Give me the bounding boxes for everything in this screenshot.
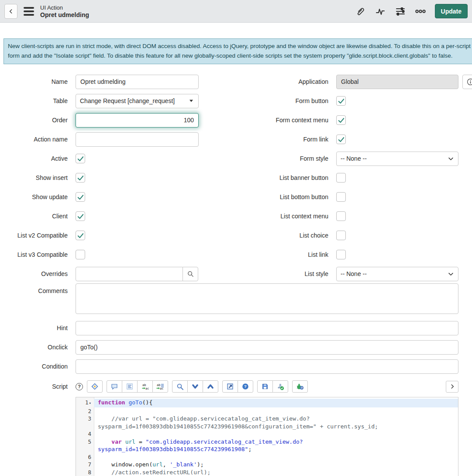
replace-icon[interactable]: abac [137, 380, 153, 393]
line-number: 8 [76, 469, 94, 476]
form-style-label: Form style [199, 155, 328, 162]
list-banner-button-label: List banner button [199, 174, 328, 181]
line-number: 1▾ [76, 399, 94, 407]
table-select-value: Change Request [change_request] [80, 97, 175, 104]
form-style-select[interactable]: -- None -- [336, 152, 458, 166]
form-row: Overrides List style -- None -- [0, 264, 472, 283]
svg-text:?: ? [301, 386, 303, 390]
banner-line-2: form and add the "Isolate script" field.… [8, 51, 472, 61]
format-code-icon[interactable] [122, 380, 138, 393]
application-info-button[interactable] [462, 75, 472, 89]
activity-stream-icon[interactable] [375, 6, 386, 17]
find-previous-icon[interactable] [203, 380, 218, 393]
overrides-lookup-button[interactable] [183, 267, 198, 281]
list-bottom-button-checkbox[interactable] [336, 192, 346, 202]
script-label: Script [0, 383, 68, 390]
form-row: Show insert List banner button [0, 168, 472, 187]
ui-action-form: Name Application Table Change Request [c… [0, 72, 472, 476]
context-menu-icon[interactable] [24, 7, 34, 16]
field-help-icon[interactable]: ? [76, 383, 83, 390]
list-v2-checkbox[interactable] [76, 231, 85, 240]
client-checkbox[interactable] [76, 211, 85, 221]
chevron-right-icon [449, 383, 455, 390]
form-row: Active Form style -- None -- [0, 149, 472, 168]
expand-editor-button[interactable] [446, 381, 458, 393]
open-window-icon[interactable] [222, 380, 238, 393]
line-number: 7 [76, 461, 94, 469]
list-link-checkbox[interactable] [336, 250, 346, 259]
syntax-editor-icon[interactable] [87, 380, 103, 393]
onclick-input[interactable] [76, 340, 458, 355]
condition-label: Condition [0, 363, 68, 370]
script-code-editor[interactable]: 1▾function goTo(){23 //var url = "com.gl… [76, 397, 458, 476]
code-text [94, 407, 458, 415]
search-icon [187, 270, 194, 278]
code-line: 5 var url = "com.glideapp.servicecatalog… [76, 438, 458, 453]
hint-input[interactable] [76, 321, 458, 335]
record-type: UI Action [40, 4, 89, 11]
form-row: Table Change Request [change_request] Fo… [0, 91, 472, 110]
list-choice-checkbox[interactable] [336, 231, 346, 240]
back-button[interactable] [4, 4, 17, 19]
update-button[interactable]: Update [435, 4, 468, 18]
form-button-checkbox[interactable] [336, 96, 346, 106]
form-row: Order Form context menu [0, 110, 472, 130]
application-label: Application [199, 78, 328, 85]
action-name-input[interactable] [76, 132, 199, 147]
save-script-icon[interactable] [257, 380, 273, 393]
chevron-left-icon [8, 8, 14, 14]
comments-label: Comments [0, 283, 68, 294]
condition-input[interactable] [76, 359, 458, 374]
form-context-menu-checkbox[interactable] [336, 115, 346, 125]
chevron-down-icon [448, 271, 454, 277]
form-row: Name Application [0, 72, 472, 91]
editor-help-icon[interactable]: ? [238, 380, 253, 393]
name-input[interactable] [76, 75, 199, 89]
list-context-menu-checkbox[interactable] [336, 211, 346, 221]
active-label: Active [0, 155, 68, 162]
show-insert-label: Show insert [0, 174, 68, 181]
table-label: Table [0, 97, 68, 104]
table-select[interactable]: Change Request [change_request] [76, 94, 199, 108]
fold-caret-icon[interactable]: ▾ [89, 401, 91, 405]
more-options-icon[interactable] [415, 6, 426, 17]
script-toolbar-row: Script ? abacabac?? [0, 378, 472, 395]
personalize-form-icon[interactable] [395, 6, 406, 17]
attachment-icon[interactable] [355, 6, 366, 17]
syntax-check-icon[interactable] [272, 380, 288, 393]
toggle-comment-icon[interactable] [107, 380, 122, 393]
list-style-label: List style [199, 270, 328, 277]
script-toolbar: abacabac?? [87, 380, 446, 393]
script-debug-icon[interactable]: ? [292, 380, 308, 393]
list-style-select[interactable]: -- None -- [336, 267, 458, 281]
comments-textarea[interactable] [76, 283, 458, 314]
list-v3-checkbox[interactable] [76, 250, 85, 259]
name-label: Name [0, 78, 68, 85]
replace-all-icon[interactable]: abac [152, 380, 168, 393]
order-input[interactable] [76, 113, 199, 128]
checkmark-icon [338, 97, 345, 105]
line-number: 2 [76, 407, 94, 415]
line-number: 5 [76, 438, 94, 453]
list-v3-label: List v3 Compatible [0, 251, 68, 258]
line-number: 3 [76, 415, 94, 430]
form-header: UI Action Opret udmelding Update [0, 0, 472, 23]
form-link-checkbox[interactable] [336, 135, 346, 144]
show-update-label: Show update [0, 193, 68, 200]
code-line: 8 //action.setRedirectURL(url); [76, 469, 458, 476]
search-icon[interactable] [172, 380, 188, 393]
checkmark-icon [77, 232, 84, 239]
onclick-label: Onclick [0, 344, 68, 351]
line-number: 4 [76, 430, 94, 438]
show-update-checkbox[interactable] [76, 192, 85, 202]
overrides-input[interactable] [76, 267, 183, 281]
show-insert-checkbox[interactable] [76, 173, 85, 183]
form-row: Action name Form link [0, 130, 472, 149]
list-link-label: List link [199, 251, 328, 258]
toolbar-group: ? [222, 380, 253, 393]
form-row: Hint [0, 318, 472, 338]
code-text: //action.setRedirectURL(url); [94, 469, 458, 476]
list-banner-button-checkbox[interactable] [336, 173, 346, 183]
find-next-icon[interactable] [187, 380, 203, 393]
active-checkbox[interactable] [76, 154, 85, 163]
